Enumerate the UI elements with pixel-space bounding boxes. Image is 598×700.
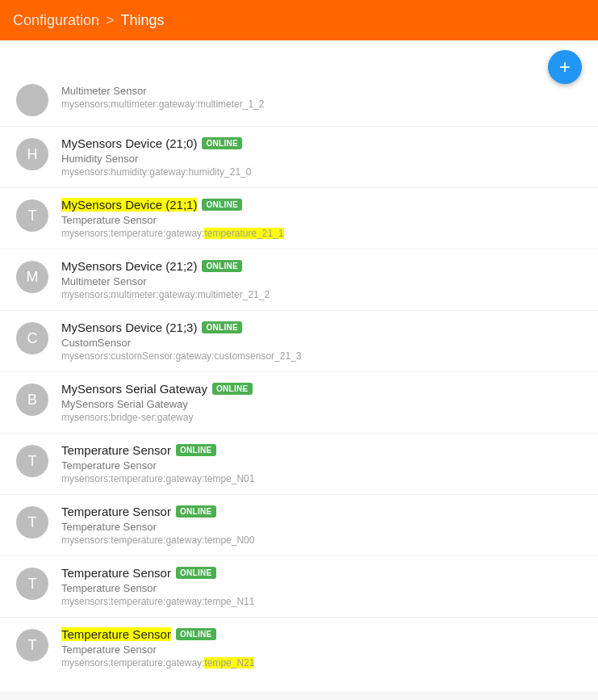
item-title-row: MySensors Device (21;3)ONLINE — [61, 321, 582, 334]
list-item[interactable]: TMySensors Device (21;1)ONLINETemperatur… — [0, 188, 598, 249]
item-name: Temperature Sensor — [61, 566, 171, 580]
breadcrumb-current: Things — [121, 12, 165, 29]
status-badge: ONLINE — [176, 505, 216, 518]
item-uid: mysensors:multimeter:gateway:multimeter_… — [61, 99, 582, 110]
list-item[interactable]: TTemperature SensorONLINETemperature Sen… — [0, 556, 598, 618]
item-uid: mysensors:humidity:gateway:humidity_21_0 — [61, 166, 582, 178]
item-uid: mysensors:multimeter:gateway:multimeter_… — [61, 289, 582, 300]
avatar: T — [16, 506, 48, 539]
list-item[interactable]: BMySensors Serial GatewayONLINEMySensors… — [0, 372, 598, 434]
breadcrumb-separator: > — [106, 12, 115, 29]
item-name: Temperature Sensor — [61, 505, 171, 518]
status-badge: ONLINE — [202, 260, 242, 272]
item-info: MySensors Device (21;0)ONLINEHumidity Se… — [61, 136, 582, 178]
item-name: MySensors Device (21;1) — [61, 198, 197, 212]
item-title-row: Temperature SensorONLINE — [61, 627, 582, 641]
item-title-row: MySensors Device (21;1)ONLINE — [61, 198, 582, 212]
item-info: MySensors Serial GatewayONLINEMySensors … — [61, 382, 582, 423]
item-name: Temperature Sensor — [61, 443, 171, 457]
item-title-row: MySensors Device (21;0)ONLINE — [61, 136, 582, 150]
item-type: Multimeter Sensor — [61, 275, 582, 287]
item-info: Multimeter Sensor mysensors:multimeter:g… — [61, 84, 582, 110]
item-uid: mysensors:temperature:gateway:tempe_N21 — [61, 657, 582, 669]
avatar: T — [16, 199, 48, 232]
list-item[interactable]: TTemperature SensorONLINETemperature Sen… — [0, 618, 598, 678]
item-type: Multimeter Sensor — [61, 85, 582, 97]
item-uid: mysensors:temperature:gateway:tempe_N00 — [61, 534, 582, 546]
item-title-row: Temperature SensorONLINE — [61, 566, 582, 580]
status-badge: ONLINE — [202, 321, 242, 333]
item-title-row: Temperature SensorONLINE — [61, 505, 582, 518]
item-type: Temperature Sensor — [61, 582, 582, 594]
avatar: M — [16, 261, 48, 293]
item-uid: mysensors:temperature:gateway:tempe_N11 — [61, 596, 582, 607]
item-uid: mysensors:temperature:gateway:temperatur… — [61, 228, 582, 239]
item-type: Humidity Sensor — [61, 153, 582, 165]
item-info: Temperature SensorONLINETemperature Sens… — [61, 505, 582, 546]
avatar: B — [16, 384, 48, 416]
item-info: MySensors Device (21;3)ONLINECustomSenso… — [61, 321, 582, 362]
avatar — [16, 84, 48, 116]
item-info: MySensors Device (21;1)ONLINETemperature… — [61, 198, 582, 239]
status-badge: ONLINE — [212, 383, 253, 395]
avatar: T — [16, 445, 48, 477]
status-badge: ONLINE — [176, 567, 216, 579]
item-type: CustomSensor — [61, 337, 582, 349]
status-badge: ONLINE — [202, 137, 242, 149]
avatar: T — [16, 568, 48, 600]
item-title-row: MySensors Device (21;2)ONLINE — [61, 259, 582, 273]
item-type: Temperature Sensor — [61, 643, 582, 656]
item-name: MySensors Serial Gateway — [61, 382, 207, 396]
status-badge: ONLINE — [176, 628, 216, 640]
breadcrumb-parent: Configuration — [13, 12, 99, 29]
item-uid: mysensors:temperature:gateway:tempe_N01 — [61, 473, 582, 484]
avatar: T — [16, 629, 48, 661]
item-type: MySensors Serial Gateway — [61, 398, 582, 410]
list-item[interactable]: MMySensors Device (21;2)ONLINEMultimeter… — [0, 249, 598, 311]
item-title-row: MySensors Serial GatewayONLINE — [61, 382, 582, 396]
item-name: MySensors Device (21;3) — [61, 321, 197, 334]
item-name: Temperature Sensor — [61, 627, 171, 641]
avatar: C — [16, 322, 48, 354]
list-item[interactable]: TTemperature SensorONLINETemperature Sen… — [0, 495, 598, 556]
status-badge: ONLINE — [202, 199, 242, 211]
things-list: HMySensors Device (21;0)ONLINEHumidity S… — [0, 127, 598, 691]
item-uid: mysensors:bridge-ser:gateway — [61, 412, 582, 423]
item-type: Temperature Sensor — [61, 459, 582, 472]
list-item[interactable]: HMySensors Device (21;0)ONLINEHumidity S… — [0, 127, 598, 188]
item-name: MySensors Device (21;2) — [61, 259, 197, 273]
item-type: Temperature Sensor — [61, 214, 582, 226]
partial-list-item[interactable]: Multimeter Sensor mysensors:multimeter:g… — [0, 84, 598, 127]
avatar: H — [16, 138, 48, 170]
item-info: Temperature SensorONLINETemperature Sens… — [61, 566, 582, 607]
item-info: Temperature SensorONLINETemperature Sens… — [61, 627, 582, 669]
header: Configuration > Things — [0, 0, 598, 40]
list-item[interactable]: TTemperature SensorONLINETemperature Sen… — [0, 434, 598, 495]
status-badge: ONLINE — [176, 444, 216, 456]
add-thing-button[interactable]: + — [548, 50, 582, 84]
item-info: MySensors Device (21;2)ONLINEMultimeter … — [61, 259, 582, 300]
item-title-row: Temperature SensorONLINE — [61, 443, 582, 457]
item-uid: mysensors:customSensor:gateway:customsen… — [61, 350, 582, 362]
list-item[interactable]: CMySensors Device (21;3)ONLINECustomSens… — [0, 311, 598, 372]
item-info: Temperature SensorONLINETemperature Sens… — [61, 443, 582, 484]
item-name: MySensors Device (21;0) — [61, 136, 197, 150]
item-type: Temperature Sensor — [61, 521, 582, 533]
